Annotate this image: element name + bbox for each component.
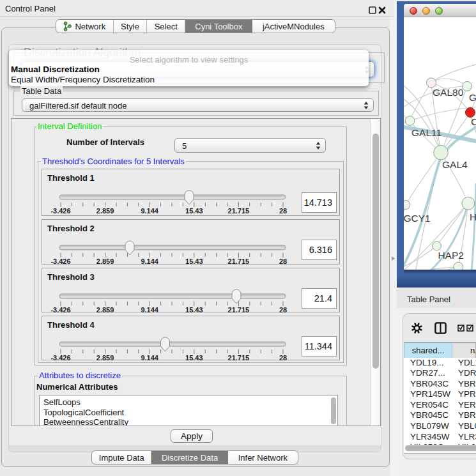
svg-text:9.144: 9.144	[141, 354, 158, 362]
svg-text:GAL80: GAL80	[433, 87, 464, 98]
svg-text:GAL11: GAL11	[411, 127, 441, 138]
svg-text:2.859: 2.859	[96, 306, 114, 314]
svg-text:21.715: 21.715	[228, 354, 250, 362]
svg-text:28: 28	[279, 207, 287, 215]
svg-text:2.859: 2.859	[96, 207, 114, 215]
svg-text:HAP2: HAP2	[438, 250, 464, 261]
svg-text:GCY1: GCY1	[404, 213, 431, 224]
svg-text:9.144: 9.144	[141, 306, 158, 314]
svg-text:GAL4: GAL4	[442, 159, 468, 170]
svg-text:-3.426: -3.426	[50, 306, 70, 314]
svg-text:-3.426: -3.426	[50, 207, 70, 215]
svg-text:9.144: 9.144	[141, 207, 158, 215]
svg-text:C: C	[471, 116, 476, 127]
svg-text:15.43: 15.43	[185, 354, 203, 362]
svg-text:28: 28	[279, 354, 287, 362]
svg-text:15.43: 15.43	[185, 207, 203, 215]
svg-text:-3.426: -3.426	[50, 257, 70, 265]
svg-text:9.144: 9.144	[141, 257, 158, 265]
svg-text:21.715: 21.715	[228, 306, 250, 314]
svg-text:2.859: 2.859	[96, 354, 114, 362]
svg-text:15.43: 15.43	[185, 257, 203, 265]
svg-text:GA: GA	[469, 92, 476, 103]
svg-text:15.43: 15.43	[185, 306, 203, 314]
svg-text:2.859: 2.859	[96, 257, 114, 265]
svg-text:H: H	[470, 211, 476, 222]
svg-text:21.715: 21.715	[228, 257, 250, 265]
svg-text:-3.426: -3.426	[50, 354, 70, 362]
svg-text:28: 28	[279, 257, 287, 265]
svg-text:28: 28	[279, 306, 287, 314]
svg-text:21.715: 21.715	[228, 207, 250, 215]
